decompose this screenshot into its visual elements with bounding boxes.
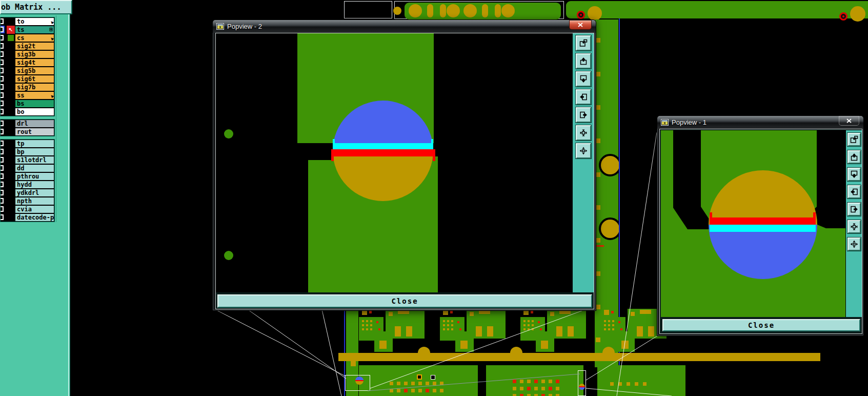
- layer-row-sig4t[interactable]: sig4t: [1, 58, 54, 67]
- layer-row-hydd[interactable]: hydd: [1, 181, 54, 189]
- layer-row-ts[interactable]: ↖ts⊞: [1, 26, 54, 34]
- layer-checkbox[interactable]: [1, 197, 7, 205]
- layer-checkbox[interactable]: [1, 100, 7, 108]
- layer-status-cell[interactable]: [7, 50, 15, 58]
- layer-name[interactable]: datecode-pt: [15, 213, 54, 222]
- layer-status-cell[interactable]: [7, 58, 15, 67]
- close-icon[interactable]: [569, 20, 592, 30]
- layer-status-cell[interactable]: [7, 181, 15, 189]
- layer-checkbox[interactable]: [1, 42, 7, 50]
- close-icon[interactable]: [839, 116, 859, 126]
- layer-status-cell[interactable]: [7, 100, 15, 108]
- popview2-viewport[interactable]: [216, 33, 572, 292]
- expand-view-button[interactable]: [847, 237, 861, 251]
- layer-name[interactable]: pthrou: [15, 172, 54, 181]
- layer-name[interactable]: sig2t: [15, 42, 54, 50]
- layer-name[interactable]: rout: [15, 128, 54, 136]
- layer-name[interactable]: bp: [15, 148, 54, 156]
- layer-checkbox[interactable]: [1, 213, 7, 222]
- layer-checkbox[interactable]: [1, 34, 7, 42]
- layer-name[interactable]: sig7b: [15, 83, 54, 91]
- layer-row-pthrou[interactable]: pthrou: [1, 172, 54, 181]
- layer-checkbox[interactable]: [1, 58, 7, 67]
- layer-status-cell[interactable]: [7, 67, 15, 75]
- layer-status-cell[interactable]: [7, 205, 15, 213]
- pan-down-button[interactable]: [847, 168, 861, 181]
- layer-status-cell[interactable]: [7, 83, 15, 91]
- close-button[interactable]: Close: [217, 294, 592, 308]
- pan-left-button[interactable]: [576, 89, 591, 105]
- pan-down-button[interactable]: [576, 71, 591, 87]
- layer-status-cell[interactable]: [7, 128, 15, 136]
- layer-name[interactable]: sig6t: [15, 75, 54, 83]
- layer-status-cell[interactable]: [7, 120, 15, 128]
- layer-row-sig5b[interactable]: sig5b: [1, 67, 54, 75]
- layer-checkbox[interactable]: [1, 181, 7, 189]
- layer-checkbox[interactable]: [1, 172, 7, 181]
- layer-name[interactable]: ts⊞: [15, 26, 54, 34]
- layer-row-cs[interactable]: cs▲: [1, 34, 54, 42]
- layer-row-sig7b[interactable]: sig7b: [1, 83, 54, 91]
- layer-name[interactable]: cs▲: [15, 34, 54, 42]
- job-matrix-title[interactable]: Job Matrix ...: [0, 0, 72, 14]
- layer-checkbox[interactable]: [1, 50, 7, 58]
- copy-window-button[interactable]: [847, 133, 861, 146]
- layer-status-cell[interactable]: [7, 189, 15, 197]
- layer-name[interactable]: sig3b: [15, 50, 54, 58]
- layer-checkbox[interactable]: [1, 26, 7, 34]
- layer-status-cell[interactable]: [7, 42, 15, 50]
- layer-status-cell[interactable]: [7, 148, 15, 156]
- layer-name[interactable]: sig4t: [15, 58, 54, 67]
- layer-status-cell[interactable]: [7, 91, 15, 100]
- close-button[interactable]: Close: [662, 319, 860, 331]
- layer-name[interactable]: to▲: [15, 17, 54, 26]
- layer-name[interactable]: bs: [15, 100, 54, 108]
- layer-status-cell[interactable]: [7, 108, 15, 116]
- layer-status-cell[interactable]: [7, 156, 15, 164]
- layer-checkbox[interactable]: [1, 164, 7, 172]
- layer-checkbox[interactable]: [1, 67, 7, 75]
- red-arrow-icon[interactable]: ↖: [7, 26, 15, 34]
- layer-row-npth[interactable]: npth: [1, 197, 54, 205]
- layer-checkbox[interactable]: [1, 108, 7, 116]
- layer-row-tp[interactable]: tp: [1, 140, 54, 148]
- layer-checkbox[interactable]: [1, 83, 7, 91]
- layer-row-ss[interactable]: ss▲: [1, 91, 54, 100]
- layer-row-sig6t[interactable]: sig6t: [1, 75, 54, 83]
- shrink-view-button[interactable]: [847, 220, 861, 233]
- layer-name[interactable]: s1lotdrl: [15, 156, 54, 164]
- layer-name[interactable]: bo: [15, 108, 54, 116]
- layer-row-to[interactable]: to▲: [1, 17, 54, 26]
- layer-name[interactable]: cvia: [15, 205, 54, 213]
- layer-row-datecode-pt[interactable]: datecode-pt: [1, 213, 54, 222]
- popview1-titlebar[interactable]: x Popview - 1: [657, 115, 864, 129]
- layer-name[interactable]: hydd: [15, 181, 54, 189]
- layer-name[interactable]: drl: [15, 120, 54, 128]
- expand-view-button[interactable]: [576, 143, 591, 159]
- layer-checkbox[interactable]: [1, 156, 7, 164]
- layer-row-bs[interactable]: bs: [1, 100, 54, 108]
- layer-status-cell[interactable]: [7, 172, 15, 181]
- layer-row-sig2t[interactable]: sig2t: [1, 42, 54, 50]
- layer-row-rout[interactable]: rout: [1, 128, 54, 136]
- layer-name[interactable]: ss▲: [15, 91, 54, 100]
- shrink-view-button[interactable]: [576, 125, 591, 141]
- layer-row-bp[interactable]: bp: [1, 148, 54, 156]
- layer-checkbox[interactable]: [1, 128, 7, 136]
- layer-checkbox[interactable]: [1, 120, 7, 128]
- layer-checkbox[interactable]: [1, 75, 7, 83]
- layer-name[interactable]: ydkdrl: [15, 189, 54, 197]
- layer-status-cell[interactable]: [7, 17, 15, 26]
- layer-row-s1lotdrl[interactable]: s1lotdrl: [1, 156, 54, 164]
- layer-row-drl[interactable]: drl: [1, 120, 54, 128]
- layer-status-cell[interactable]: [7, 197, 15, 205]
- pan-right-button[interactable]: [576, 107, 591, 123]
- layer-checkbox[interactable]: [1, 189, 7, 197]
- pan-up-button[interactable]: [847, 150, 861, 164]
- layer-row-sig3b[interactable]: sig3b: [1, 50, 54, 58]
- layer-status-cell[interactable]: [7, 75, 15, 83]
- pan-left-button[interactable]: [847, 185, 861, 199]
- layer-name[interactable]: sig5b: [15, 67, 54, 75]
- layer-row-bo[interactable]: bo: [1, 108, 54, 116]
- layer-name[interactable]: tp: [15, 140, 54, 148]
